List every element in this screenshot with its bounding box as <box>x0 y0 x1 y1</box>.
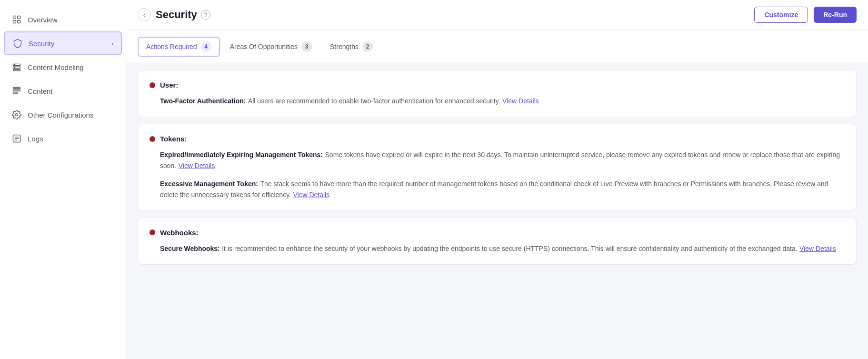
svg-point-12 <box>16 114 18 116</box>
card-section-title: Webhooks: <box>150 229 845 237</box>
other-config-icon <box>11 110 22 120</box>
svg-rect-0 <box>13 16 16 19</box>
svg-rect-6 <box>13 70 20 71</box>
section-title-text: Webhooks: <box>160 229 199 237</box>
card-item-title: Excessive Management Token: <box>160 180 258 188</box>
view-details-link[interactable]: View Details <box>293 191 329 199</box>
sidebar-item-security[interactable]: Security › <box>4 31 122 55</box>
card-section-title: User: <box>150 81 845 89</box>
main-content: ‹ Security ? Customize Re-Run Actions Re… <box>126 0 868 359</box>
tabs-bar: Actions Required 4 Areas Of Opportunitie… <box>126 30 868 62</box>
customize-button[interactable]: Customize <box>754 7 808 23</box>
red-dot-icon <box>150 82 155 88</box>
sidebar-item-label: Content <box>28 87 53 95</box>
tab-label: Strengths <box>330 43 359 50</box>
svg-rect-9 <box>13 88 20 89</box>
tab-badge-areas: 3 <box>301 41 312 52</box>
card-section-title: Tokens: <box>150 135 845 143</box>
title-text: Security <box>156 9 197 21</box>
sidebar-item-label: Content Modeling <box>28 63 84 71</box>
tab-actions-required[interactable]: Actions Required 4 <box>138 37 220 57</box>
view-details-link[interactable]: View Details <box>502 97 539 105</box>
overview-icon <box>11 14 22 25</box>
card-item: Two-Factor Authentication: All users are… <box>160 96 845 106</box>
card-item-title: Secure Webhooks: <box>160 245 220 252</box>
tab-label: Actions Required <box>146 43 197 50</box>
chevron-right-icon: › <box>111 40 113 47</box>
sidebar-item-content[interactable]: Content <box>0 79 126 103</box>
section-title-text: Tokens: <box>160 135 187 143</box>
sidebar-item-overview[interactable]: Overview <box>0 8 126 31</box>
card-item-title: Two-Factor Authentication: <box>160 97 246 105</box>
card-item: Excessive Management Token: The stack se… <box>160 179 845 200</box>
sidebar-item-logs[interactable]: Logs <box>0 127 126 150</box>
card-item: Secure Webhooks: It is recommended to en… <box>160 243 845 254</box>
header-actions: Customize Re-Run <box>754 7 857 23</box>
svg-point-7 <box>14 64 15 65</box>
rerun-button[interactable]: Re-Run <box>814 7 857 23</box>
svg-rect-1 <box>18 16 20 19</box>
page-title: Security ? <box>156 9 210 21</box>
webhooks-card: Webhooks: Secure Webhooks: It is recomme… <box>138 218 857 265</box>
section-title-text: User: <box>160 81 178 89</box>
svg-point-8 <box>14 67 15 68</box>
tab-badge-strengths: 2 <box>362 41 373 52</box>
security-icon <box>12 38 23 49</box>
sidebar-item-label: Other Configurations <box>28 111 93 119</box>
card-item-text: All users are recommended to enable two-… <box>248 97 500 105</box>
tab-label: Areas Of Opportunities <box>230 43 298 50</box>
content-modeling-icon <box>11 62 22 72</box>
sidebar-item-other-configurations[interactable]: Other Configurations <box>0 103 126 127</box>
content-icon <box>11 86 22 96</box>
svg-rect-10 <box>13 90 20 91</box>
card-item: Expired/Immediately Expiring Management … <box>160 150 845 171</box>
svg-rect-11 <box>13 92 18 94</box>
card-item-title: Expired/Immediately Expiring Management … <box>160 151 323 159</box>
svg-rect-2 <box>13 20 16 23</box>
sidebar-item-label: Logs <box>28 135 43 143</box>
svg-rect-3 <box>18 20 20 23</box>
help-icon[interactable]: ? <box>201 10 210 20</box>
tokens-card: Tokens: Expired/Immediately Expiring Man… <box>138 124 857 211</box>
sidebar-item-label: Security <box>29 40 54 48</box>
back-button[interactable]: ‹ <box>138 8 151 21</box>
card-item-text: The stack seems to have more than the re… <box>160 180 828 198</box>
sidebar: Overview Security › Content Modeling <box>0 0 126 359</box>
tab-strengths[interactable]: Strengths 2 <box>322 37 381 56</box>
content-area: User: Two-Factor Authentication: All use… <box>126 62 868 359</box>
tab-badge-actions: 4 <box>201 41 211 52</box>
header: ‹ Security ? Customize Re-Run <box>126 0 868 30</box>
tab-areas-of-opportunities[interactable]: Areas Of Opportunities 3 <box>222 37 320 56</box>
user-card: User: Two-Factor Authentication: All use… <box>138 70 857 117</box>
sidebar-item-label: Overview <box>28 16 58 24</box>
logs-icon <box>11 133 22 144</box>
sidebar-item-content-modeling[interactable]: Content Modeling <box>0 55 126 79</box>
view-details-link[interactable]: View Details <box>179 162 215 170</box>
red-dot-icon <box>150 229 155 235</box>
red-dot-icon <box>150 136 155 142</box>
card-item-text: It is recommended to enhance the securit… <box>222 245 797 252</box>
view-details-link[interactable]: View Details <box>799 245 836 252</box>
